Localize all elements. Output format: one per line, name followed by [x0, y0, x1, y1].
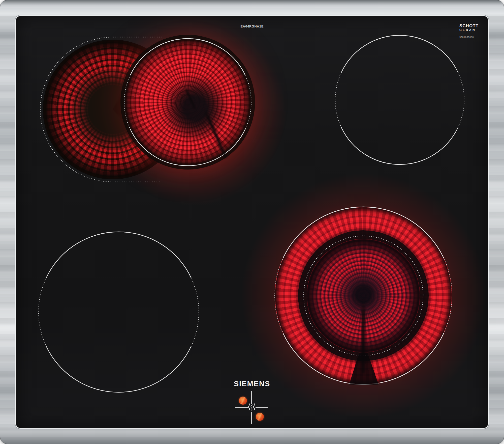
front-left-outline-dotted — [39, 278, 199, 346]
schott-print-number: 9001609080 — [459, 36, 479, 38]
ceran-logo-text: CERAN — [459, 29, 479, 32]
rear-right-outline-dotted — [335, 73, 464, 127]
residual-heat-dot-rear-left — [239, 397, 247, 405]
hob-glass-surface: EA64RGNA1E SCHOTT CERAN 9001609080 SIEME… — [16, 16, 488, 428]
siemens-logo: SIEMENS — [234, 380, 270, 388]
schott-logo-text: SCHOTT — [459, 24, 479, 28]
schott-ceran-logo: SCHOTT CERAN 9001609080 — [459, 24, 479, 38]
indicator-cross-line-bottom — [251, 412, 252, 424]
hob-frame: EA64RGNA1E SCHOTT CERAN 9001609080 SIEME… — [0, 0, 504, 444]
indicator-cross-line-right — [256, 407, 268, 408]
model-code-label: EA64RGNA1E — [240, 24, 264, 28]
rear-left-main-element — [124, 39, 251, 166]
residual-heat-dot-front-right — [256, 413, 264, 421]
indicator-cross-line-top — [251, 391, 252, 403]
rear-right-outline-solid — [341, 35, 458, 164]
heat-waves-icon — [247, 403, 256, 411]
front-left-outline-solid — [46, 232, 191, 392]
indicator-cross-line-left — [235, 407, 248, 408]
